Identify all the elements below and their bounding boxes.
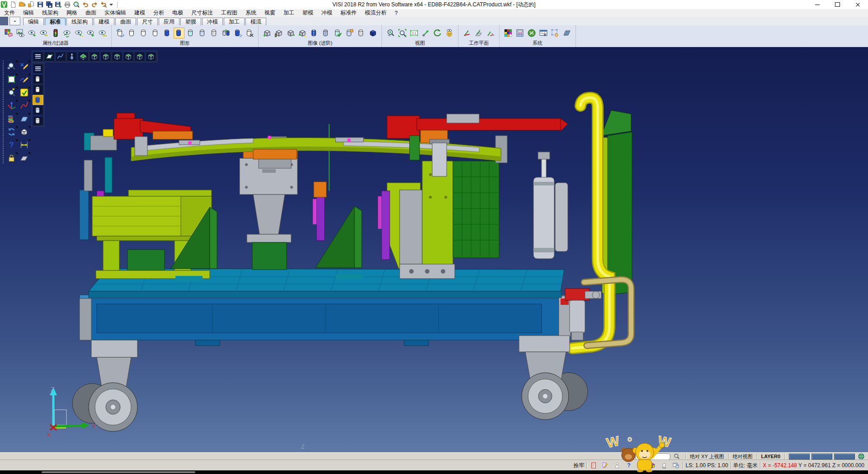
ribbon-tab[interactable]: 线架构 [66,18,93,25]
floppy-export-icon[interactable] [54,1,62,9]
view-top-icon[interactable] [78,52,89,62]
preview-icon[interactable] [72,1,80,9]
windows-taskbar[interactable] [0,470,868,474]
one2one-icon[interactable]: 1:1 [409,28,420,38]
menu-item[interactable]: 网格 [62,9,81,17]
cyl-refresh-icon[interactable] [115,28,126,38]
menu-item[interactable]: 系统 [241,9,260,17]
cyl-mesh-icon[interactable] [356,28,367,38]
cyl-mesh-icon[interactable] [33,116,43,126]
eye-add-icon[interactable] [27,28,38,38]
menu-item[interactable]: 电极 [168,9,187,17]
view-cube-icon[interactable] [89,52,100,62]
plane-dim-icon[interactable] [19,152,29,163]
cube-refresh-icon[interactable] [285,28,296,38]
doc-open-icon[interactable] [27,1,35,9]
active-layer-label[interactable]: LAYER0 [761,454,780,459]
ribbon-tab[interactable]: 加工 [224,18,245,25]
wp-plane-icon[interactable] [473,28,484,38]
folder-open-icon[interactable] [18,1,26,9]
cyl-wire-icon[interactable] [138,28,149,38]
view-cube-icon[interactable] [123,52,134,62]
cube-add-icon[interactable] [262,28,273,38]
view-cube-icon[interactable] [112,52,123,62]
lock-dim-icon[interactable] [6,152,17,163]
menu-item[interactable]: 工程图 [217,9,241,17]
eye-remove-icon[interactable] [38,28,49,38]
tab-list-caret[interactable] [9,17,20,25]
menu-item[interactable]: 加工 [279,9,298,17]
undo-icon[interactable] [81,1,89,9]
magnify-select-icon[interactable] [6,61,17,71]
plane-blue-icon[interactable] [19,113,29,124]
menu-item[interactable]: 塑模 [298,9,317,17]
floppy-multi-icon[interactable] [45,1,53,9]
menu-item[interactable]: 标准件 [336,9,361,17]
cube-traffic-icon[interactable] [274,28,284,38]
ribbon-tab[interactable]: 冲模 [202,18,223,25]
menu-lines-icon[interactable] [33,64,43,74]
refresh-blue-icon[interactable] [6,126,17,137]
cube-pm-icon[interactable] [297,28,308,38]
cyl-wire-icon[interactable] [33,85,43,95]
snap-icon[interactable] [550,28,561,38]
ribbon-tab[interactable]: 建模 [94,18,114,25]
view-mode-label[interactable]: 绝对 XY 上视图 [690,453,724,460]
menu-item[interactable]: 尺寸标注 [187,9,217,17]
cyl-wire-icon[interactable] [150,28,161,38]
check-yellow-icon[interactable] [19,87,29,98]
menu-item[interactable]: 实体编辑 [100,9,130,17]
cyl-flat-icon[interactable] [197,28,208,38]
cyl-stripe-icon[interactable] [321,28,331,38]
view-cube-icon[interactable] [146,52,156,62]
cyl-flat-icon[interactable] [33,105,43,115]
cyl-mesh-icon[interactable] [209,28,220,38]
rec-red-icon[interactable] [589,461,598,470]
ribbon-tab[interactable]: 应用 [159,18,179,25]
palette-eraser-icon[interactable] [3,28,14,38]
menu-item[interactable]: 线架构 [38,9,62,17]
cyl-axis-icon[interactable] [309,28,320,38]
cyl-wire-icon[interactable] [33,74,43,84]
maximize-button[interactable] [827,0,848,9]
image-eye-icon[interactable] [15,28,26,38]
palette-grid-icon[interactable] [503,28,514,38]
ribbon-tab[interactable]: 编辑 [23,18,44,25]
status-indicator-2[interactable] [811,454,832,460]
floppy-icon[interactable] [36,1,44,9]
wp-axis-icon[interactable] [462,28,472,38]
eye-minus-icon[interactable] [97,28,108,38]
status-indicator-1[interactable] [789,454,810,460]
close-button[interactable] [848,0,868,9]
taskbar-item[interactable] [42,471,195,473]
axis-move-icon[interactable] [6,100,17,111]
status-indicator-3[interactable] [834,454,855,460]
ribbon-tab[interactable]: 曲面 [115,18,136,25]
print-icon[interactable] [63,1,71,9]
ribbon-tab[interactable]: 标准 [45,18,66,25]
eye-refresh-icon[interactable] [62,28,73,38]
axis-dot-icon[interactable] [66,52,77,62]
table-tools-icon[interactable] [538,28,549,38]
cyl-wire-icon[interactable] [127,28,137,38]
curve-red-icon[interactable] [19,100,29,111]
menu-item[interactable]: 曲面 [81,9,100,17]
wp-move-icon[interactable] [485,28,496,38]
cyl-tools-icon[interactable] [244,28,255,38]
zoom-ext-icon[interactable] [397,28,408,38]
books-icon[interactable] [6,113,17,124]
ribbon-tab[interactable]: 尺寸 [137,18,158,25]
menu-item[interactable]: 视窗 [260,9,279,17]
eye-pm-icon[interactable] [74,28,85,38]
zoom-pm-icon[interactable] [6,87,17,98]
rotate-icon[interactable] [432,28,443,38]
menu-item[interactable]: 编辑 [19,9,38,17]
ribbon-tab[interactable]: 模流 [245,18,266,25]
minimize-button[interactable] [807,0,827,9]
ribbon-tab[interactable]: 塑膜 [180,18,201,25]
tools-circle-icon[interactable] [526,28,537,38]
view-cube-icon[interactable] [100,52,111,62]
redo-icon[interactable] [90,1,98,9]
menu-item[interactable]: 建模 [130,9,149,17]
grid-tilt-icon[interactable] [561,28,572,38]
